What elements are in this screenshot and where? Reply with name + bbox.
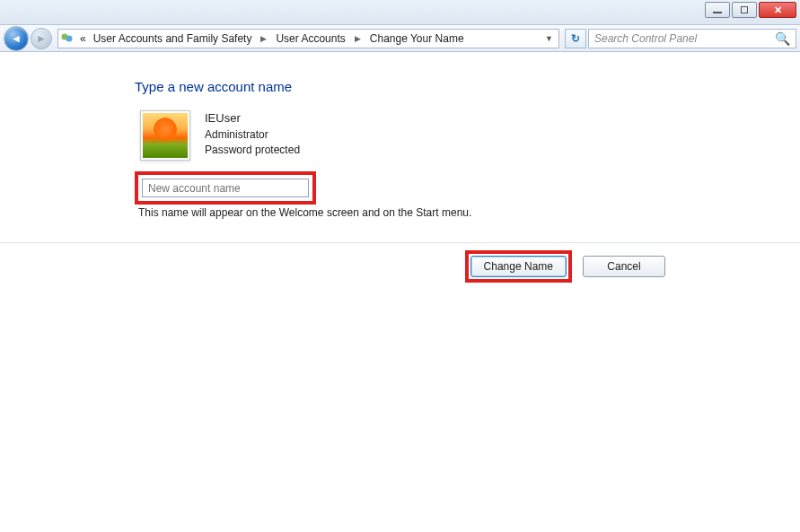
breadcrumb-item-2[interactable]: Change Your Name [368, 32, 466, 45]
search-box[interactable]: Search Control Panel 🔍 [588, 29, 796, 48]
minimize-button[interactable] [705, 2, 730, 18]
address-bar[interactable]: « User Accounts and Family Safety ▶ User… [57, 29, 559, 48]
search-placeholder: Search Control Panel [594, 32, 697, 45]
user-avatar-icon [143, 113, 188, 158]
button-row: Change Name Cancel [0, 243, 800, 283]
address-dropdown[interactable]: ▼ [541, 30, 557, 48]
close-button[interactable]: ✕ [759, 2, 796, 18]
back-arrow-icon: ◄ [11, 32, 22, 45]
svg-point-1 [66, 35, 73, 41]
change-name-highlight: Change Name [465, 250, 572, 283]
chevron-right-icon: ▶ [351, 34, 365, 43]
maximize-icon [741, 6, 748, 13]
forward-arrow-icon: ► [36, 32, 47, 45]
page-heading: Type a new account name [135, 79, 664, 94]
close-icon: ✕ [774, 4, 782, 16]
navigation-bar: ◄ ► « User Accounts and Family Safety ▶ … [0, 25, 800, 52]
user-meta: IEUser Administrator Password protected [205, 110, 300, 161]
control-panel-icon [60, 31, 75, 46]
breadcrumb-overflow[interactable]: « [78, 32, 88, 45]
breadcrumb-item-1[interactable]: User Accounts [274, 32, 347, 45]
change-name-button[interactable]: Change Name [470, 256, 567, 277]
refresh-button[interactable]: ↻ [565, 29, 586, 48]
user-info-row: IEUser Administrator Password protected [140, 110, 664, 161]
new-account-name-input[interactable] [142, 179, 309, 197]
maximize-button[interactable] [732, 2, 757, 18]
user-avatar-frame [140, 110, 190, 161]
content-area: Type a new account name IEUser Administr… [0, 52, 800, 283]
search-icon: 🔍 [775, 31, 790, 46]
breadcrumb-item-0[interactable]: User Accounts and Family Safety [92, 32, 254, 45]
refresh-icon: ↻ [571, 32, 580, 45]
helper-text: This name will appear on the Welcome scr… [138, 206, 664, 219]
nav-forward-button[interactable]: ► [31, 28, 52, 49]
window-titlebar: ✕ [0, 0, 800, 25]
nav-back-button[interactable]: ◄ [4, 26, 29, 51]
chevron-right-icon: ▶ [257, 34, 270, 43]
minimize-icon [713, 12, 722, 13]
user-name: IEUser [205, 110, 300, 127]
cancel-button[interactable]: Cancel [583, 256, 665, 277]
user-protection: Password protected [205, 143, 300, 158]
input-highlight [135, 171, 664, 205]
user-role: Administrator [205, 127, 300, 143]
